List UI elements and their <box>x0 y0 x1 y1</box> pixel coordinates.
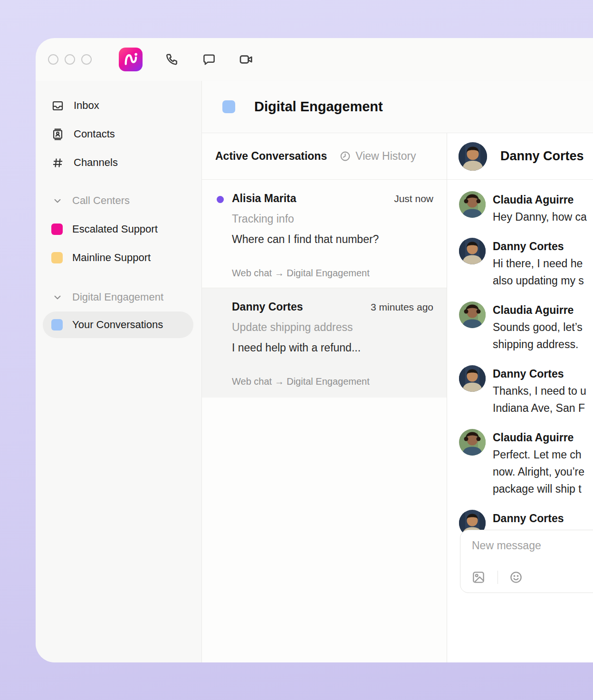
message-text: package will ship t <box>493 480 584 497</box>
list-title: Active Conversations <box>215 150 327 163</box>
avatar-claudia-aguirre <box>459 429 486 456</box>
page-title: Digital Engagement <box>254 99 383 115</box>
avatar-claudia-aguirre <box>459 301 486 328</box>
smiley-icon[interactable] <box>508 570 524 585</box>
sidebar-item-label: Channels <box>74 156 118 169</box>
ai-app-logo[interactable] <box>119 48 143 71</box>
message-text: shipping address. <box>493 336 583 353</box>
conversation-name: Danny Cortes <box>232 301 303 313</box>
sidebar-item-inbox[interactable]: Inbox <box>36 91 201 120</box>
conversation-list-panel: Active Conversations View History <box>202 133 447 662</box>
composer-toolbar <box>471 570 524 585</box>
chat-bubble-icon[interactable] <box>201 52 217 67</box>
chat-message: Claudia Aguirre Sounds good, let’s shipp… <box>459 301 593 353</box>
sidebar-item-label: Your Conversations <box>72 319 163 331</box>
message-text: Hi there, I need he <box>493 255 584 272</box>
sidebar-item-contacts[interactable]: Contacts <box>36 120 201 148</box>
message-text: now. Alright, you’re <box>493 463 584 480</box>
chevron-down-icon <box>52 195 63 206</box>
chat-message: Claudia Aguirre Hey Danny, how ca <box>459 191 593 225</box>
sidebar-item-channels[interactable]: Channels <box>36 148 201 177</box>
phone-icon[interactable] <box>164 52 180 67</box>
unread-dot <box>217 196 224 203</box>
queue-color-swatch <box>222 100 235 113</box>
view-history-label: View History <box>355 150 416 163</box>
sidebar-item-escalated-support[interactable]: Escalated Support <box>36 215 201 243</box>
message-sender: Danny Cortes <box>493 238 584 255</box>
window-control-close[interactable] <box>48 54 58 65</box>
conversation-list-item-selected[interactable]: Danny Cortes 3 minutes ago Update shippi… <box>202 288 447 398</box>
inbox-icon <box>51 99 64 112</box>
message-sender: Danny Cortes <box>493 365 586 382</box>
message-text: Hey Danny, how ca <box>493 208 587 225</box>
video-camera-icon[interactable] <box>239 52 254 67</box>
chevron-down-icon <box>52 292 63 302</box>
message-text: also updating my s <box>493 272 584 289</box>
hash-icon <box>51 156 64 169</box>
sidebar-item-label: Escalated Support <box>72 223 158 235</box>
chat-message: Danny Cortes Thanks, I need to u Indiana… <box>459 365 593 417</box>
sidebar-item-label: Inbox <box>74 99 99 112</box>
sidebar-section-call-centers[interactable]: Call Centers <box>36 186 201 215</box>
window-control-zoom[interactable] <box>81 54 92 65</box>
message-composer <box>460 530 593 593</box>
chat-message: Claudia Aguirre Perfect. Let me ch now. … <box>459 429 593 497</box>
call-center-color-swatch <box>51 252 63 263</box>
main-area: Digital Engagement Active Conversations … <box>202 81 593 662</box>
conversation-preview: I need help with a refund... <box>232 341 433 356</box>
sidebar: Inbox Contacts Channels <box>36 81 202 662</box>
section-label: Call Centers <box>72 194 130 207</box>
conversation-subject: Update shipping address <box>232 321 433 335</box>
titlebar <box>36 38 593 81</box>
image-icon[interactable] <box>471 570 486 585</box>
conversation-list-item[interactable]: Alisia Marita Just now Tracking info Whe… <box>202 180 447 288</box>
message-list: Claudia Aguirre Hey Danny, how ca <box>447 180 593 591</box>
chat-header: Danny Cortes <box>447 133 593 180</box>
ai-logo-glyph <box>122 50 140 68</box>
section-label: Digital Engagement <box>72 291 163 303</box>
conversation-list-header: Active Conversations View History <box>202 133 447 180</box>
chat-message: Danny Cortes Hi there, I need he also up… <box>459 238 593 289</box>
call-center-color-swatch <box>51 224 63 235</box>
message-sender: Claudia Aguirre <box>493 191 587 208</box>
conversation-time: 3 minutes ago <box>371 301 433 313</box>
app-window: Inbox Contacts Channels <box>36 38 593 662</box>
contacts-icon <box>51 128 64 141</box>
sidebar-item-mainline-support[interactable]: Mainline Support <box>36 243 201 272</box>
window-controls <box>48 54 92 65</box>
conversation-time: Just now <box>394 193 433 204</box>
chat-title: Danny Cortes <box>500 149 584 164</box>
message-sender: Claudia Aguirre <box>493 429 584 446</box>
window-control-minimize[interactable] <box>65 54 75 65</box>
message-text: Thanks, I need to u <box>493 382 586 399</box>
chat-panel: Danny Cortes <box>447 133 593 662</box>
queue-color-swatch <box>51 319 63 331</box>
avatar-danny-cortes <box>459 142 487 171</box>
conversation-preview: Where can I find that number? <box>232 233 433 247</box>
conversation-route: Web chat → Digital Engagement <box>232 376 433 387</box>
clock-icon <box>339 150 351 162</box>
message-sender: Claudia Aguirre <box>493 301 583 319</box>
view-history-button[interactable]: View History <box>339 150 416 163</box>
page-header: Digital Engagement <box>202 81 593 133</box>
message-sender: Danny Cortes <box>493 510 589 527</box>
message-text: Indiana Ave, San F <box>493 399 586 417</box>
toolbar-divider <box>497 571 498 584</box>
avatar-danny-cortes <box>459 365 486 392</box>
avatar-danny-cortes <box>459 238 486 264</box>
sidebar-item-label: Contacts <box>74 128 115 140</box>
avatar-claudia-aguirre <box>459 191 486 218</box>
sidebar-item-label: Mainline Support <box>72 252 151 264</box>
conversation-subject: Tracking info <box>232 213 433 227</box>
conversation-route: Web chat → Digital Engagement <box>232 268 433 279</box>
conversation-name: Alisia Marita <box>232 192 296 205</box>
sidebar-item-your-conversations[interactable]: Your Conversations <box>43 311 193 338</box>
message-text: Perfect. Let me ch <box>493 446 584 463</box>
message-text: Sounds good, let’s <box>493 319 583 336</box>
sidebar-section-digital-engagement[interactable]: Digital Engagement <box>36 283 201 311</box>
message-input[interactable] <box>471 539 592 553</box>
